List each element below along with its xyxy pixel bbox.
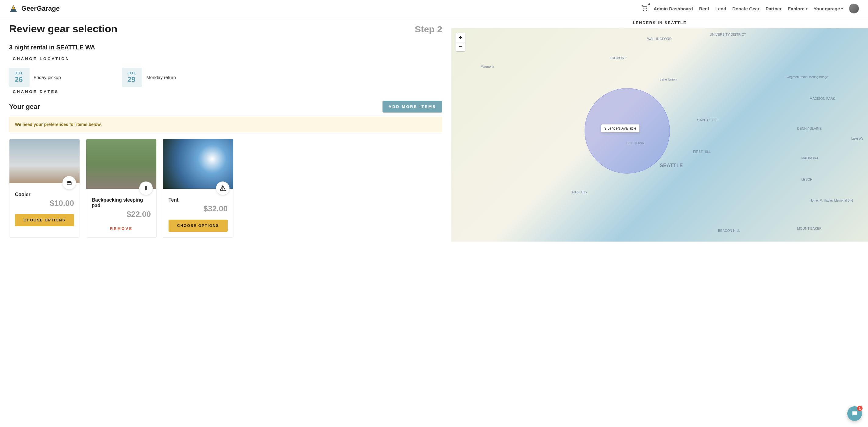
nav-garage[interactable]: Your garage▾ bbox=[814, 6, 843, 11]
return-day: 29 bbox=[127, 75, 137, 84]
map-label: Homer M. Hadley Memorial Brid bbox=[810, 199, 853, 202]
map-panel: LENDERS IN SEATTLE + − 9 Lenders Availab… bbox=[452, 18, 868, 250]
choose-options-button[interactable]: CHOOSE OPTIONS bbox=[15, 214, 74, 226]
gear-name: Cooler bbox=[15, 192, 74, 197]
page-title: Review gear selection bbox=[9, 23, 117, 35]
gear-card-pad: Backpacking sleeping pad $22.00 REMOVE bbox=[86, 139, 157, 237]
gear-heading: Your gear bbox=[9, 103, 40, 111]
tent-icon bbox=[216, 181, 229, 195]
gear-image bbox=[86, 139, 156, 189]
nav-lend[interactable]: Lend bbox=[715, 6, 726, 11]
map-label: BEACON HILL bbox=[718, 229, 740, 232]
remove-button[interactable]: REMOVE bbox=[92, 226, 151, 231]
nav-rent[interactable]: Rent bbox=[699, 6, 709, 11]
svg-point-2 bbox=[643, 10, 644, 11]
change-dates-link[interactable]: CHANGE DATES bbox=[13, 89, 442, 94]
return-desc: Monday return bbox=[146, 75, 176, 80]
map-label: UNIVERSITY DISTRICT bbox=[710, 33, 746, 36]
add-more-items-button[interactable]: ADD MORE ITEMS bbox=[382, 101, 442, 113]
map-label: Lake Wa bbox=[851, 137, 863, 140]
map-label: CAPITOL HILL bbox=[697, 118, 720, 122]
svg-rect-5 bbox=[145, 186, 147, 191]
map-city-label: SEATTLE bbox=[659, 163, 683, 169]
gear-price: $32.00 bbox=[168, 204, 228, 214]
map[interactable]: + − 9 Lenders Available UNIVERSITY DISTR… bbox=[452, 28, 868, 241]
change-location-link[interactable]: CHANGE LOCATION bbox=[13, 56, 442, 61]
zoom-in-button[interactable]: + bbox=[456, 33, 465, 42]
cooler-icon bbox=[62, 176, 76, 190]
map-label: MADISON PARK bbox=[810, 97, 835, 101]
cart-count: 4 bbox=[648, 2, 650, 6]
brand-name: GeerGarage bbox=[21, 5, 60, 12]
map-label: FREMONT bbox=[610, 56, 626, 60]
nav-donate[interactable]: Donate Gear bbox=[733, 6, 760, 11]
avatar[interactable] bbox=[849, 4, 859, 13]
map-label: MOUNT BAKER bbox=[797, 227, 822, 230]
main-panel: Review gear selection Step 2 3 night ren… bbox=[0, 18, 452, 250]
map-popup[interactable]: 9 Lenders Available bbox=[601, 124, 640, 132]
cart-icon bbox=[641, 5, 647, 11]
svg-rect-4 bbox=[67, 182, 71, 185]
pad-icon bbox=[139, 181, 153, 195]
logo-icon bbox=[9, 4, 18, 13]
map-label: Magnolia bbox=[480, 65, 494, 68]
svg-point-3 bbox=[646, 10, 647, 11]
map-label: Elliott Bay bbox=[572, 190, 587, 194]
cart-button[interactable]: 4 bbox=[641, 5, 647, 12]
pickup-date-box[interactable]: JUL 26 bbox=[9, 68, 30, 87]
gear-name: Tent bbox=[168, 197, 228, 203]
gear-card-tent: Tent $32.00 CHOOSE OPTIONS bbox=[163, 139, 234, 237]
gear-price: $22.00 bbox=[92, 209, 151, 219]
nav-explore-label: Explore bbox=[788, 6, 805, 11]
gear-cards: Cooler $10.00 CHOOSE OPTIONS Backpacking… bbox=[9, 139, 442, 237]
top-nav: 4 Admin Dashboard Rent Lend Donate Gear … bbox=[641, 4, 859, 13]
map-label: MADRONA bbox=[801, 156, 818, 160]
map-label: DENNY-BLAINE bbox=[797, 126, 822, 130]
zoom-out-button[interactable]: − bbox=[456, 42, 465, 51]
chevron-down-icon: ▾ bbox=[806, 7, 808, 11]
pickup-day: 26 bbox=[14, 75, 24, 84]
gear-card-cooler: Cooler $10.00 CHOOSE OPTIONS bbox=[9, 139, 80, 237]
map-zoom-controls: + − bbox=[456, 33, 465, 52]
map-label: FIRST HILL bbox=[693, 150, 711, 153]
return-date-box[interactable]: JUL 29 bbox=[122, 68, 142, 87]
pickup-group: JUL 26 Friday pickup bbox=[9, 68, 61, 87]
map-label: Evergreen Point Floating Bridge bbox=[785, 75, 828, 79]
chevron-down-icon: ▾ bbox=[841, 7, 843, 11]
header: GeerGarage 4 Admin Dashboard Rent Lend D… bbox=[0, 0, 868, 18]
gear-image bbox=[163, 139, 233, 189]
map-label: BELLTOWN bbox=[626, 141, 645, 145]
preferences-notice: We need your preferences for items below… bbox=[9, 117, 442, 132]
nav-partner[interactable]: Partner bbox=[766, 6, 782, 11]
return-group: JUL 29 Monday return bbox=[122, 68, 176, 87]
nav-explore[interactable]: Explore▾ bbox=[788, 6, 808, 11]
map-label: WALLINGFORD bbox=[647, 37, 672, 40]
rental-summary: 3 night rental in SEATTLE WA bbox=[9, 44, 442, 51]
nav-garage-label: Your garage bbox=[814, 6, 840, 11]
brand[interactable]: GeerGarage bbox=[9, 4, 60, 13]
return-month: JUL bbox=[127, 71, 137, 75]
map-title: LENDERS IN SEATTLE bbox=[452, 18, 868, 28]
gear-price: $10.00 bbox=[15, 199, 74, 208]
pickup-month: JUL bbox=[14, 71, 24, 75]
map-label: Lake Union bbox=[659, 78, 677, 81]
map-label: LESCHI bbox=[801, 177, 813, 181]
step-label: Step 2 bbox=[415, 24, 442, 34]
choose-options-button[interactable]: CHOOSE OPTIONS bbox=[168, 220, 228, 232]
nav-admin[interactable]: Admin Dashboard bbox=[653, 6, 693, 11]
pickup-desc: Friday pickup bbox=[34, 75, 61, 80]
gear-image bbox=[9, 139, 80, 183]
gear-name: Backpacking sleeping pad bbox=[92, 197, 151, 208]
